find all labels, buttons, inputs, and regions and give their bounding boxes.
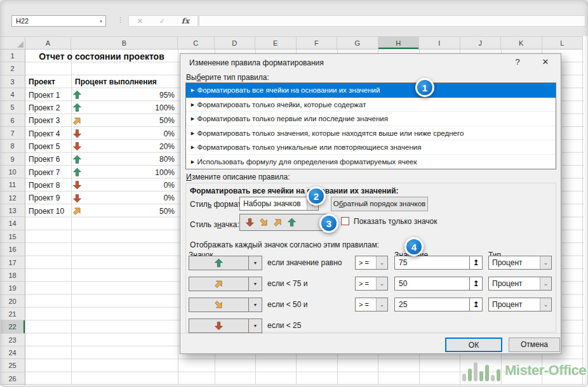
column-a-header-cell[interactable]: Проект	[29, 75, 55, 88]
row-header[interactable]: 2	[0, 62, 25, 75]
row-header[interactable]: 23	[0, 334, 25, 346]
value-input[interactable]: 75 ↥	[394, 256, 483, 270]
project-name-cell[interactable]: Проект 1	[25, 91, 72, 100]
range-select-icon[interactable]: ↥	[469, 256, 482, 269]
cancel-entry-icon[interactable]: ✕	[137, 17, 143, 25]
row-header[interactable]: 9	[0, 153, 25, 166]
row-header[interactable]: 11	[0, 178, 25, 191]
row-header[interactable]: 8	[0, 140, 25, 152]
row-header[interactable]: 14	[0, 217, 25, 230]
rule-type-item[interactable]: Использовать формулу для определения фор…	[186, 155, 556, 169]
project-name-cell[interactable]: Проект 3	[25, 116, 72, 125]
row-header[interactable]: 21	[0, 308, 25, 320]
chevron-down-icon[interactable]: ⌄	[376, 277, 387, 290]
column-header[interactable]: I	[419, 37, 460, 49]
column-header[interactable]: H	[378, 37, 420, 49]
project-name-cell[interactable]: Проект 7	[25, 168, 72, 177]
project-name-cell[interactable]: Проект 4	[25, 129, 72, 138]
insert-function-icon[interactable]: fx	[182, 16, 189, 25]
row-header[interactable]: 1	[0, 49, 25, 62]
percent-value-cell[interactable]: 80%	[88, 155, 177, 164]
value-input[interactable]: 50 ↥	[394, 277, 483, 291]
icon-style-combo[interactable]: ▼	[239, 214, 330, 231]
column-header[interactable]: F	[297, 37, 338, 49]
sheet-data-row[interactable]: Проект 10 50%	[25, 204, 177, 217]
type-combo[interactable]: Процент⌄	[488, 277, 552, 291]
range-select-icon[interactable]: ↥	[469, 298, 482, 311]
rule-type-item[interactable]: Форматировать только уникальные или повт…	[186, 140, 556, 155]
row-header[interactable]: 22	[0, 320, 25, 333]
sheet-data-row[interactable]: Проект 8 0%	[25, 179, 177, 192]
sheet-data-row[interactable]: Проект 2 100%	[25, 102, 177, 114]
operator-combo[interactable]: > =⌄	[355, 256, 388, 270]
percent-value-cell[interactable]: 50%	[88, 116, 177, 125]
icon-picker-dropdown[interactable]: ▼	[189, 256, 262, 270]
sheet-data-row[interactable]: Проект 5 20%	[25, 140, 177, 153]
column-header[interactable]: K	[501, 37, 542, 49]
reverse-icon-order-button[interactable]: Обратный порядок значков	[331, 197, 428, 211]
row-header[interactable]: 3	[0, 75, 25, 88]
ok-button[interactable]: ОК	[445, 338, 502, 352]
chevron-down-icon[interactable]: ▼	[248, 298, 262, 312]
formula-bar[interactable]	[199, 15, 585, 27]
row-header[interactable]: 24	[0, 346, 25, 359]
column-header[interactable]: D	[215, 37, 256, 49]
row-header[interactable]: 13	[0, 204, 25, 217]
name-box[interactable]: H22 ▾	[11, 15, 106, 27]
column-header[interactable]: G	[337, 37, 378, 49]
value-input[interactable]: 25 ↥	[394, 298, 483, 312]
project-name-cell[interactable]: Проект 10	[25, 207, 72, 216]
enter-entry-icon[interactable]: ✓	[159, 17, 165, 25]
row-header[interactable]: 12	[0, 192, 25, 204]
operator-combo[interactable]: > =⌄	[355, 277, 388, 291]
row-header[interactable]: 4	[0, 88, 25, 101]
row-header[interactable]: 16	[0, 243, 25, 256]
chevron-down-icon[interactable]: ▾	[100, 16, 102, 27]
rule-type-item[interactable]: Форматировать только значения, которые н…	[186, 126, 556, 141]
type-combo[interactable]: Процент⌄	[488, 298, 552, 312]
chevron-down-icon[interactable]: ⌄	[376, 256, 387, 269]
project-name-cell[interactable]: Проект 5	[25, 142, 72, 151]
row-header[interactable]: 6	[0, 114, 25, 127]
percent-value-cell[interactable]: 50%	[88, 207, 177, 216]
rule-type-item[interactable]: Форматировать только первые или последни…	[186, 112, 556, 126]
sheet-title-cell[interactable]: Отчет о состоянии проектов	[25, 50, 178, 63]
row-header[interactable]: 26	[0, 372, 25, 385]
column-header[interactable]: L	[542, 37, 584, 49]
percent-value-cell[interactable]: 0%	[88, 181, 177, 190]
rule-type-item[interactable]: Форматировать только ячейки, которые сод…	[186, 98, 556, 112]
column-header[interactable]: E	[255, 37, 297, 49]
select-all-corner[interactable]	[0, 37, 25, 49]
sheet-data-row[interactable]: Проект 6 80%	[25, 153, 177, 166]
row-header[interactable]: 10	[0, 166, 25, 178]
type-combo[interactable]: Процент⌄	[488, 256, 552, 270]
row-header[interactable]: 5	[0, 101, 25, 114]
chevron-down-icon[interactable]: ⌄	[376, 298, 387, 311]
percent-value-cell[interactable]: 95%	[88, 91, 177, 100]
row-header[interactable]: 15	[0, 230, 25, 243]
project-name-cell[interactable]: Проект 9	[25, 194, 72, 202]
row-header[interactable]: 20	[0, 295, 25, 308]
cancel-button[interactable]: Отмена	[509, 338, 560, 352]
column-header[interactable]: J	[460, 37, 502, 49]
percent-value-cell[interactable]: 20%	[88, 142, 177, 151]
percent-value-cell[interactable]: 0%	[88, 194, 177, 202]
sheet-data-row[interactable]: Проект 1 95%	[25, 88, 177, 101]
chevron-down-icon[interactable]: ▼	[248, 256, 262, 270]
row-header[interactable]: 17	[0, 256, 25, 269]
row-header[interactable]: 19	[0, 282, 25, 294]
chevron-down-icon[interactable]: ⌄	[540, 256, 551, 269]
show-icon-only-label[interactable]: Показать только значок	[354, 217, 438, 226]
project-name-cell[interactable]: Проект 2	[25, 103, 72, 112]
row-header[interactable]: 7	[0, 127, 25, 140]
icon-picker-dropdown[interactable]: ▼	[189, 318, 262, 333]
column-header[interactable]: A	[25, 37, 71, 49]
sheet-data-row[interactable]: Проект 9 0%	[25, 192, 177, 204]
sheet-data-row[interactable]: Проект 4 0%	[25, 127, 177, 140]
range-select-icon[interactable]: ↥	[469, 277, 482, 290]
help-icon[interactable]: ?	[511, 57, 525, 67]
chevron-down-icon[interactable]: ▼	[248, 277, 262, 291]
project-name-cell[interactable]: Проект 6	[25, 155, 72, 164]
row-header[interactable]: 18	[0, 269, 25, 282]
show-icon-only-checkbox[interactable]	[341, 217, 349, 225]
